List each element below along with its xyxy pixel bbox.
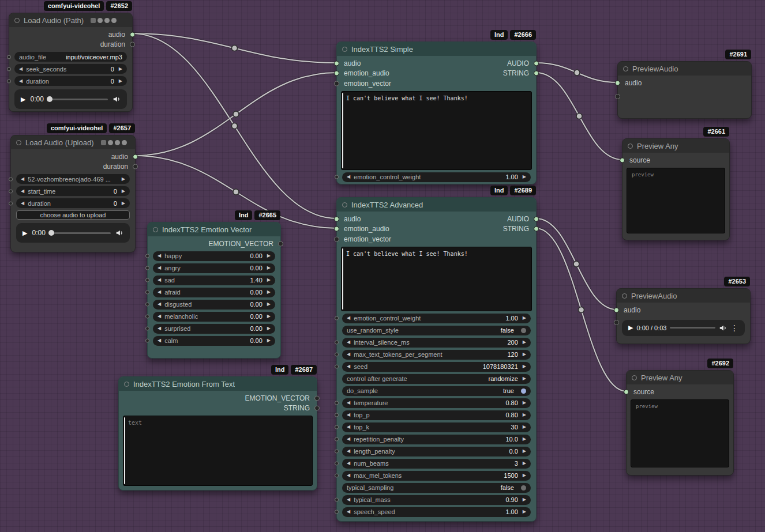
output-slot-string[interactable] xyxy=(314,406,320,411)
widget-sad[interactable]: ◀ sad 1.40 ▶ xyxy=(153,276,275,285)
text-widget[interactable]: I can't believe what I see! Thanks! xyxy=(341,91,532,170)
output-slot-audio[interactable] xyxy=(130,32,135,37)
widget-use-random-style[interactable]: use_random_style false xyxy=(342,326,531,335)
screen-icon[interactable] xyxy=(101,140,106,145)
seek-slider[interactable] xyxy=(670,327,715,329)
widget-input-slot[interactable] xyxy=(335,462,339,466)
output-slot-string[interactable] xyxy=(534,227,539,232)
link-midpoint-dot[interactable] xyxy=(232,46,238,51)
node-indextts2-simple[interactable]: Ind #2666 IndexTTS2 Simple audio AUDIO e… xyxy=(336,41,537,184)
widget-input-slot[interactable] xyxy=(145,303,149,307)
widget-input-slot[interactable] xyxy=(614,320,619,325)
toggle-dot[interactable] xyxy=(521,485,526,491)
node-title-bar[interactable]: IndexTTS2 Emotion From Text xyxy=(119,377,317,391)
widget-input-slot[interactable] xyxy=(335,353,339,357)
decrement-icon[interactable]: ◀ xyxy=(21,201,24,206)
decrement-icon[interactable]: ◀ xyxy=(158,302,161,307)
widget-input-slot[interactable] xyxy=(145,254,149,258)
input-slot-source[interactable] xyxy=(620,157,625,163)
node-load-audio-path[interactable]: comfyui-videohel #2652 Load Audio (Path)… xyxy=(9,13,133,112)
node-indextts2-emotion-from-text[interactable]: Ind #2687 IndexTTS2 Emotion From Text EM… xyxy=(118,376,317,491)
widget-input-slot[interactable] xyxy=(335,474,339,478)
widget-input-slot[interactable] xyxy=(7,67,11,71)
increment-icon[interactable]: ▶ xyxy=(122,189,125,194)
widget-do-sample[interactable]: do_sample true xyxy=(342,386,531,396)
increment-icon[interactable]: ▶ xyxy=(267,266,271,270)
widget-input-slot[interactable] xyxy=(145,290,149,295)
increment-icon[interactable]: ▶ xyxy=(119,67,122,71)
collapse-dot[interactable] xyxy=(16,140,21,145)
link-midpoint-dot[interactable] xyxy=(232,123,238,129)
volume-icon[interactable] xyxy=(112,95,121,103)
choose-audio-upload-button[interactable]: choose audio to upload xyxy=(16,210,130,220)
widget-input-slot[interactable] xyxy=(335,401,339,405)
decrement-icon[interactable]: ◀ xyxy=(19,79,22,84)
node-title-bar[interactable]: PreviewAudio xyxy=(618,62,751,76)
collapse-dot[interactable] xyxy=(628,144,633,149)
widget-top-p[interactable]: ◀ top_p 0.80 ▶ xyxy=(342,410,531,420)
widget-typical-sampling[interactable]: typical_sampling false xyxy=(342,483,531,493)
widget-input-slot[interactable] xyxy=(145,266,149,270)
output-slot-string[interactable] xyxy=(534,71,539,76)
decrement-icon[interactable]: ◀ xyxy=(158,266,161,270)
widget-input-slot[interactable] xyxy=(145,315,149,319)
increment-icon[interactable]: ▶ xyxy=(523,340,526,345)
decrement-icon[interactable]: ◀ xyxy=(347,449,350,454)
output-slot-audio[interactable] xyxy=(534,216,539,221)
widget-num-beams[interactable]: ◀ num_beams 3 ▶ xyxy=(342,459,531,469)
decrement-icon[interactable]: ◀ xyxy=(347,425,350,429)
slider-knob[interactable] xyxy=(48,230,54,236)
decrement-icon[interactable]: ◀ xyxy=(158,338,161,343)
widget-input-slot[interactable] xyxy=(335,413,339,417)
option-icon[interactable] xyxy=(111,18,117,23)
output-slot-audio[interactable] xyxy=(133,154,138,159)
increment-icon[interactable]: ▶ xyxy=(523,316,526,320)
volume-icon[interactable] xyxy=(719,324,727,332)
link-wire[interactable] xyxy=(536,218,617,310)
link-wire[interactable] xyxy=(536,73,622,160)
player-menu-icon[interactable]: ⋮ xyxy=(730,324,738,332)
collapse-dot[interactable] xyxy=(342,202,347,207)
widget-input-slot[interactable] xyxy=(335,365,339,369)
widget-calm[interactable]: ◀ calm 0.00 ▶ xyxy=(153,336,275,346)
decrement-icon[interactable]: ◀ xyxy=(21,189,24,194)
widget-max-mel-tokens[interactable]: ◀ max_mel_tokens 1500 ▶ xyxy=(342,471,531,481)
node-preview-any-2692[interactable]: #2692 Preview Any source preview xyxy=(626,370,734,476)
screen-icon[interactable] xyxy=(91,18,96,23)
link-wire[interactable] xyxy=(132,33,337,218)
widget-length-penalty[interactable]: ◀ length_penalty 0.0 ▶ xyxy=(342,447,531,456)
widget-input-slot[interactable] xyxy=(335,450,339,454)
increment-icon[interactable]: ▶ xyxy=(119,79,122,84)
preview-output-area[interactable]: preview xyxy=(631,399,729,467)
output-slot-duration[interactable] xyxy=(133,164,138,169)
link-midpoint-dot[interactable] xyxy=(579,307,584,313)
output-slot-duration[interactable] xyxy=(130,42,135,47)
increment-icon[interactable]: ▶ xyxy=(523,437,526,442)
widget-repetition-penalty[interactable]: ◀ repetition_penalty 10.0 ▶ xyxy=(342,435,531,444)
widget-input-slot[interactable] xyxy=(145,339,149,343)
play-icon[interactable]: ▶ xyxy=(22,229,27,237)
toggle-dot[interactable] xyxy=(521,388,526,394)
increment-icon[interactable]: ▶ xyxy=(523,497,526,502)
output-slot-emotion-vector[interactable] xyxy=(314,395,320,401)
decrement-icon[interactable]: ◀ xyxy=(158,314,161,319)
option-icon[interactable] xyxy=(97,18,103,23)
decrement-icon[interactable]: ◀ xyxy=(347,510,350,514)
widget-speech-speed[interactable]: ◀ speech_speed 1.00 ▶ xyxy=(342,507,531,517)
increment-icon[interactable]: ▶ xyxy=(523,510,526,514)
combo-arrow-icon[interactable]: ▶ xyxy=(523,376,526,381)
next-option-icon[interactable]: ▶ xyxy=(122,177,125,182)
increment-icon[interactable]: ▶ xyxy=(523,449,526,454)
link-midpoint-dot[interactable] xyxy=(573,261,579,267)
text-widget[interactable]: text xyxy=(123,416,313,486)
node-title-bar[interactable]: IndexTTS2 Emotion Vector xyxy=(148,222,280,236)
input-slot-emotion-vector[interactable] xyxy=(334,236,339,242)
decrement-icon[interactable]: ◀ xyxy=(347,437,350,442)
node-title-bar[interactable]: IndexTTS2 Simple xyxy=(337,42,536,56)
node-indextts2-advanced[interactable]: Ind #2689 IndexTTS2 Advanced audio AUDIO… xyxy=(336,197,537,522)
input-slot-audio[interactable] xyxy=(614,307,619,312)
increment-icon[interactable]: ▶ xyxy=(267,326,271,331)
decrement-icon[interactable]: ◀ xyxy=(347,175,350,179)
widget-angry[interactable]: ◀ angry 0.00 ▶ xyxy=(153,263,275,273)
input-slot-audio[interactable] xyxy=(334,61,339,66)
